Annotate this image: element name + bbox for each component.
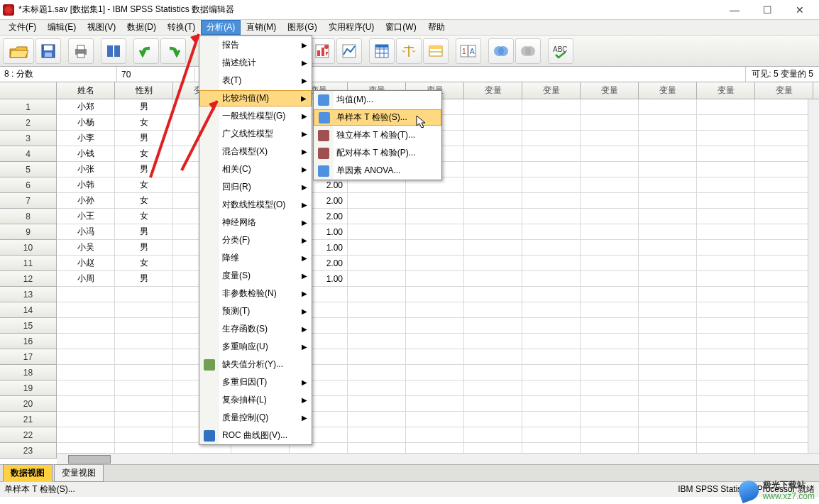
cell[interactable] xyxy=(115,380,173,396)
cell[interactable] xyxy=(348,380,406,396)
cell[interactable] xyxy=(581,302,639,318)
horizontal-scrollbar[interactable] xyxy=(57,453,819,464)
row-header[interactable]: 20 xyxy=(0,396,57,412)
cell[interactable] xyxy=(522,224,581,240)
row-header[interactable]: 11 xyxy=(0,256,57,271)
cell[interactable] xyxy=(464,146,522,162)
cell[interactable] xyxy=(639,349,697,365)
cell[interactable] xyxy=(115,365,173,380)
cell[interactable] xyxy=(639,365,697,380)
cell[interactable] xyxy=(581,99,639,115)
cell[interactable]: 小钱 xyxy=(57,146,115,162)
cell[interactable] xyxy=(406,427,464,443)
cell[interactable]: 小李 xyxy=(57,131,115,146)
cell[interactable] xyxy=(522,193,581,209)
cell[interactable] xyxy=(581,349,639,365)
cell[interactable] xyxy=(522,302,581,318)
cell[interactable] xyxy=(57,380,115,396)
row-header[interactable]: 12 xyxy=(0,271,57,287)
menu-item[interactable]: 均值(M)... xyxy=(314,91,441,109)
grid-button[interactable] xyxy=(369,38,395,64)
cell[interactable]: 小张 xyxy=(57,162,115,177)
menu-item[interactable]: 相关(C)▶ xyxy=(199,160,312,178)
menu-item[interactable]: 描述统计▶ xyxy=(199,54,312,72)
cell[interactable]: 小孙 xyxy=(57,193,115,209)
row-header[interactable]: 23 xyxy=(0,443,57,459)
cell[interactable] xyxy=(115,396,173,412)
venn-gray-button[interactable] xyxy=(515,38,541,64)
cell[interactable] xyxy=(639,209,697,224)
cell[interactable] xyxy=(755,256,813,271)
menu-item[interactable]: 比较均值(M)▶ xyxy=(199,90,312,106)
cell[interactable] xyxy=(581,334,639,349)
cell[interactable] xyxy=(348,256,406,271)
cell[interactable] xyxy=(755,334,813,349)
row-header[interactable]: 1 xyxy=(0,99,57,115)
menu-item[interactable]: 缺失值分析(Y)... xyxy=(199,356,312,373)
cell[interactable] xyxy=(522,256,581,271)
cell[interactable] xyxy=(755,224,813,240)
minimize-button[interactable]: — xyxy=(718,0,751,20)
cell[interactable] xyxy=(639,287,697,302)
cell[interactable] xyxy=(464,334,522,349)
cell[interactable] xyxy=(639,334,697,349)
cell[interactable] xyxy=(522,99,581,115)
cell[interactable] xyxy=(697,224,755,240)
row-header[interactable]: 13 xyxy=(0,287,57,302)
cell[interactable] xyxy=(755,193,813,209)
menu-item[interactable]: 单样本 T 检验(S)... xyxy=(314,109,441,126)
menu-item[interactable]: 实用程序(U) xyxy=(323,20,380,35)
cell[interactable] xyxy=(697,99,755,115)
save-button[interactable] xyxy=(35,38,61,64)
cell[interactable] xyxy=(57,427,115,443)
cell[interactable] xyxy=(581,271,639,287)
compare-means-submenu[interactable]: 均值(M)...单样本 T 检验(S)...独立样本 T 检验(T)...配对样… xyxy=(313,90,442,180)
cell[interactable] xyxy=(522,380,581,396)
cell[interactable] xyxy=(755,131,813,146)
cell[interactable] xyxy=(464,396,522,412)
cell[interactable] xyxy=(697,427,755,443)
cell[interactable] xyxy=(522,177,581,193)
menu-item[interactable]: 混合模型(X)▶ xyxy=(199,143,312,160)
cell[interactable] xyxy=(697,318,755,334)
cell[interactable] xyxy=(697,334,755,349)
cell[interactable] xyxy=(57,318,115,334)
spellcheck-button[interactable]: ABC xyxy=(548,38,573,64)
close-button[interactable]: ✕ xyxy=(784,0,816,20)
menu-item[interactable]: 视图(V) xyxy=(82,20,121,35)
cell[interactable] xyxy=(348,271,406,287)
cell[interactable] xyxy=(581,240,639,256)
cell[interactable] xyxy=(755,240,813,256)
cell[interactable] xyxy=(639,193,697,209)
row-header[interactable]: 7 xyxy=(0,193,57,209)
menu-item[interactable]: 神经网络▶ xyxy=(199,214,312,231)
row-header[interactable]: 15 xyxy=(0,318,57,334)
cell[interactable] xyxy=(639,99,697,115)
cell[interactable] xyxy=(581,287,639,302)
row-header[interactable]: 5 xyxy=(0,162,57,177)
cell[interactable]: 小郑 xyxy=(57,99,115,115)
label-1a-button[interactable]: 1A xyxy=(456,38,481,64)
cell[interactable] xyxy=(406,224,464,240)
cell[interactable]: 男 xyxy=(115,99,173,115)
cell[interactable] xyxy=(697,365,755,380)
cell[interactable]: 男 xyxy=(115,131,173,146)
cell[interactable] xyxy=(348,396,406,412)
cell[interactable] xyxy=(697,193,755,209)
maximize-button[interactable]: ☐ xyxy=(751,0,784,20)
cell[interactable] xyxy=(755,177,813,193)
cell[interactable] xyxy=(697,396,755,412)
cell[interactable]: 男 xyxy=(115,162,173,177)
cell[interactable] xyxy=(464,177,522,193)
cell[interactable] xyxy=(697,146,755,162)
cell[interactable]: 小周 xyxy=(57,271,115,287)
menu-item[interactable]: 报告▶ xyxy=(199,36,312,54)
row-header[interactable]: 9 xyxy=(0,224,57,240)
menu-item[interactable]: 一般线性模型(G)▶ xyxy=(199,107,312,125)
cell[interactable] xyxy=(522,146,581,162)
cell[interactable] xyxy=(755,365,813,380)
chart-line-button[interactable] xyxy=(336,38,362,64)
cell[interactable] xyxy=(639,177,697,193)
cell[interactable]: 男 xyxy=(115,271,173,287)
cell[interactable] xyxy=(115,412,173,427)
